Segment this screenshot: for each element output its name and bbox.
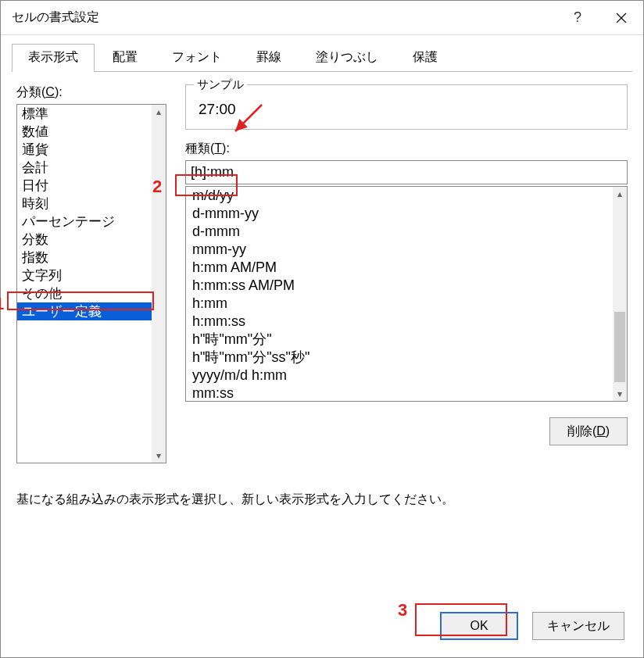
sample-group: サンプル 27:00 [185,84,628,130]
type-list-item[interactable]: yyyy/m/d h:mm [186,367,613,384]
tab-alignment[interactable]: 配置 [96,44,154,72]
scroll-up-icon[interactable]: ▴ [617,187,622,201]
type-list-item[interactable]: h"時"mm"分"ss"秒" [186,349,613,367]
tab-fill[interactable]: 塗りつぶし [299,44,395,72]
category-item[interactable]: 文字列 [17,266,166,284]
scroll-down-icon[interactable]: ▾ [617,387,622,401]
window-title: セルの書式設定 [12,9,556,26]
category-item[interactable]: パーセンテージ [17,213,166,231]
ok-button[interactable]: OK [440,612,518,640]
category-item[interactable]: 分数 [17,231,166,249]
tab-border[interactable]: 罫線 [240,44,298,72]
category-item[interactable]: ユーザー定義 [17,302,166,320]
tab-number-format[interactable]: 表示形式 [12,44,95,72]
dialog-actions: OK キャンセル [440,612,624,640]
sample-value: 27:00 [197,98,616,121]
type-list-item[interactable]: h"時"mm"分" [186,331,613,349]
category-item[interactable]: 通貨 [17,141,166,159]
type-list-item[interactable]: h:mm AM/PM [186,259,613,277]
type-list-item[interactable]: mmm-yy [186,241,613,259]
category-label: 分類(C): [16,84,166,101]
category-item[interactable]: 標準 [17,105,166,123]
titlebar: セルの書式設定 ? [1,1,643,35]
type-listbox[interactable]: m/d/yyd-mmm-yyd-mmmmmm-yyh:mm AM/PMh:mm:… [185,186,628,402]
tabstrip: 表示形式 配置 フォント 罫線 塗りつぶし 保護 [12,43,632,72]
category-item[interactable]: 数値 [17,123,166,141]
type-list-item[interactable]: m/d/yy [186,187,613,205]
sample-legend: サンプル [194,77,247,92]
close-icon[interactable] [599,1,643,34]
category-item[interactable]: 会計 [17,159,166,177]
annotation-1: 1 [0,294,4,314]
scroll-down-icon[interactable]: ▾ [156,449,161,463]
format-cells-dialog: セルの書式設定 ? 表示形式 配置 フォント 罫線 塗りつぶし 保護 分類(C)… [0,0,644,658]
category-listbox[interactable]: 標準数値通貨会計日付時刻パーセンテージ分数指数文字列その他ユーザー定義 ▴ ▾ [16,104,166,463]
tab-font[interactable]: フォント [156,44,238,72]
type-list-item[interactable]: mm:ss [186,384,613,402]
annotation-3: 3 [398,600,407,620]
type-label: 種類(T): [185,141,628,157]
instruction-text: 基になる組み込みの表示形式を選択し、新しい表示形式を入力してください。 [16,492,628,508]
type-list-item[interactable]: h:mm [186,295,613,313]
type-list-item[interactable]: d-mmm [186,223,613,241]
cancel-button[interactable]: キャンセル [532,612,624,640]
tab-panel-number-format: 分類(C): 標準数値通貨会計日付時刻パーセンテージ分数指数文字列その他ユーザー… [1,72,643,657]
delete-button[interactable]: 削除(D) [549,417,628,445]
category-item[interactable]: 指数 [17,249,166,266]
tab-protection[interactable]: 保護 [396,44,454,72]
annotation-2: 2 [152,177,162,197]
category-item[interactable]: その他 [17,284,166,302]
category-item[interactable]: 日付 [17,177,166,195]
type-list-item[interactable]: h:mm:ss AM/PM [186,277,613,295]
scrollbar[interactable]: ▴ ▾ [613,187,627,401]
category-item[interactable]: 時刻 [17,195,166,213]
scrollbar-thumb[interactable] [614,312,625,382]
type-list-item[interactable]: h:mm:ss [186,313,613,331]
type-input[interactable] [185,160,628,184]
scrollbar[interactable]: ▴ ▾ [152,105,166,463]
help-icon[interactable]: ? [556,1,599,34]
type-list-item[interactable]: d-mmm-yy [186,205,613,223]
scroll-up-icon[interactable]: ▴ [156,105,161,119]
